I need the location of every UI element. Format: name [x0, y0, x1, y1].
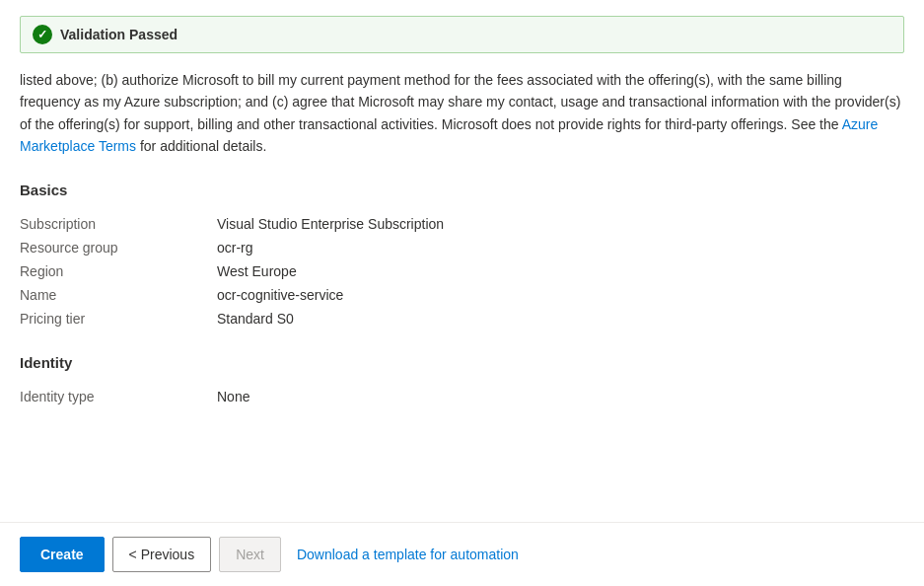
- identity-title: Identity: [20, 354, 904, 371]
- identity-type-row: Identity type None: [20, 385, 904, 408]
- footer-bar: Create < Previous Next Download a templa…: [0, 522, 924, 586]
- next-button: Next: [219, 537, 281, 572]
- region-value: West Europe: [217, 263, 297, 279]
- main-content: Validation Passed listed above; (b) auth…: [0, 0, 924, 522]
- validation-text: Validation Passed: [60, 27, 178, 42]
- pricing-tier-label: Pricing tier: [20, 311, 217, 327]
- subscription-row: Subscription Visual Studio Enterprise Su…: [20, 212, 904, 236]
- create-button[interactable]: Create: [20, 537, 105, 572]
- description-suffix: for additional details.: [140, 138, 266, 154]
- pricing-tier-value: Standard S0: [217, 311, 294, 327]
- basics-title: Basics: [20, 182, 904, 198]
- resource-group-row: Resource group ocr-rg: [20, 236, 904, 259]
- resource-group-value: ocr-rg: [217, 240, 253, 256]
- validation-banner: Validation Passed: [20, 16, 904, 53]
- previous-button[interactable]: < Previous: [112, 537, 212, 572]
- description-body: listed above; (b) authorize Microsoft to…: [20, 72, 900, 132]
- validation-passed-icon: [33, 25, 52, 44]
- resource-group-label: Resource group: [20, 240, 217, 256]
- download-template-link[interactable]: Download a template for automation: [297, 547, 519, 562]
- description-text: listed above; (b) authorize Microsoft to…: [20, 69, 904, 158]
- region-row: Region West Europe: [20, 259, 904, 283]
- subscription-value: Visual Studio Enterprise Subscription: [217, 216, 444, 232]
- basics-section: Basics Subscription Visual Studio Enterp…: [20, 182, 904, 330]
- name-value: ocr-cognitive-service: [217, 287, 343, 303]
- pricing-tier-row: Pricing tier Standard S0: [20, 307, 904, 330]
- identity-type-label: Identity type: [20, 389, 217, 404]
- name-row: Name ocr-cognitive-service: [20, 283, 904, 307]
- name-label: Name: [20, 287, 217, 303]
- identity-type-value: None: [217, 389, 249, 404]
- region-label: Region: [20, 263, 217, 279]
- subscription-label: Subscription: [20, 216, 217, 232]
- identity-section: Identity Identity type None: [20, 354, 904, 408]
